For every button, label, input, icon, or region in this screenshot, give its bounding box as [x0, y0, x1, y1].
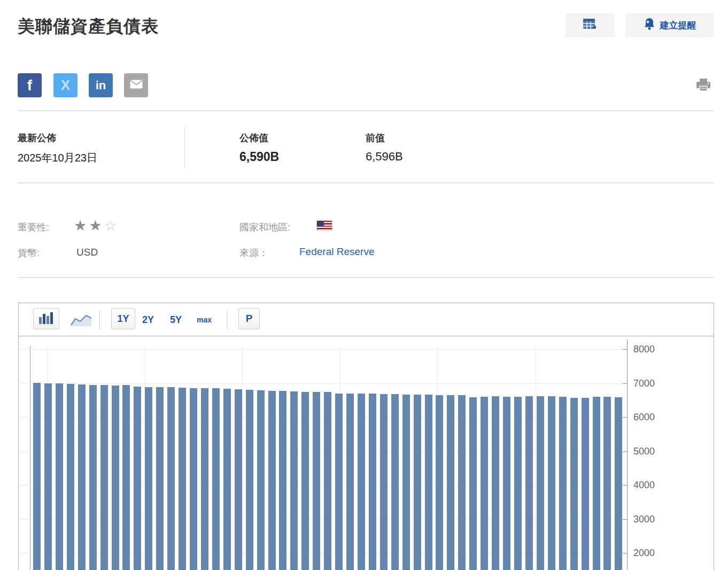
- bell-icon: [644, 18, 655, 33]
- y-axis-tick: [623, 485, 627, 486]
- data-bar[interactable]: [414, 395, 421, 570]
- data-bar[interactable]: [67, 384, 74, 570]
- data-bar[interactable]: [246, 390, 253, 570]
- previous-value: 6,596B: [366, 150, 403, 164]
- horizontal-gridline: [20, 417, 627, 418]
- y-axis-label: 3000: [633, 514, 655, 525]
- data-bar[interactable]: [425, 395, 432, 570]
- data-bar[interactable]: [503, 397, 510, 570]
- data-bar[interactable]: [179, 388, 186, 570]
- latest-release-date: 2025年10月23日: [18, 151, 97, 165]
- bar-chart-type-button[interactable]: [33, 308, 59, 329]
- calendar-plus-icon: [580, 16, 600, 35]
- data-bar[interactable]: [335, 394, 343, 570]
- data-bar[interactable]: [134, 387, 141, 570]
- data-bar[interactable]: [268, 391, 276, 570]
- data-bar[interactable]: [33, 383, 41, 570]
- bar-chart-icon: [38, 312, 55, 326]
- data-bar[interactable]: [559, 397, 567, 570]
- data-bar[interactable]: [603, 397, 611, 570]
- data-bar[interactable]: [235, 389, 242, 570]
- printer-icon: [695, 86, 711, 94]
- data-bar[interactable]: [167, 387, 175, 570]
- data-bar[interactable]: [537, 396, 544, 570]
- data-bar[interactable]: [481, 397, 488, 570]
- range-max-button[interactable]: max: [197, 303, 212, 336]
- y-axis-tick: [623, 553, 627, 553]
- data-bar[interactable]: [313, 392, 320, 570]
- data-bar[interactable]: [380, 394, 388, 570]
- data-bar[interactable]: [593, 397, 600, 570]
- data-bar[interactable]: [78, 384, 86, 570]
- y-axis-tick: [623, 451, 627, 452]
- data-bar[interactable]: [56, 383, 63, 570]
- actual-label: 公佈值: [239, 132, 268, 144]
- data-bar[interactable]: [391, 394, 399, 570]
- horizontal-gridline: [20, 485, 627, 486]
- data-bar[interactable]: [212, 388, 220, 570]
- data-bar[interactable]: [44, 383, 52, 570]
- data-bar[interactable]: [582, 398, 589, 570]
- data-bar[interactable]: [447, 395, 454, 570]
- horizontal-gridline: [20, 349, 627, 350]
- chart-toolbar: 1Y 2Y 5Y max P: [19, 303, 714, 336]
- data-bar[interactable]: [402, 395, 410, 570]
- horizontal-gridline: [20, 553, 627, 553]
- toolbar-divider: [227, 310, 227, 329]
- range-2y-button[interactable]: 2Y: [142, 303, 154, 336]
- data-bar[interactable]: [458, 395, 466, 570]
- range-5y-button[interactable]: 5Y: [170, 303, 182, 336]
- data-bar[interactable]: [436, 395, 443, 570]
- y-axis-tick: [623, 519, 627, 520]
- data-bar[interactable]: [122, 385, 130, 570]
- data-bar[interactable]: [548, 396, 555, 570]
- data-bar[interactable]: [346, 394, 354, 570]
- share-linkedin-button[interactable]: in: [89, 73, 113, 97]
- share-email-button[interactable]: [124, 73, 148, 97]
- latest-release-label: 最新公佈: [18, 132, 56, 144]
- data-bar[interactable]: [514, 397, 522, 570]
- data-bar[interactable]: [223, 389, 231, 570]
- source-label: 來源：: [239, 247, 268, 259]
- data-bar[interactable]: [525, 396, 533, 570]
- data-bar[interactable]: [257, 390, 265, 570]
- range-1y-button[interactable]: 1Y: [111, 308, 135, 329]
- email-envelope-icon: [130, 80, 143, 91]
- data-bar[interactable]: [290, 391, 298, 570]
- y-axis-right-line: [627, 340, 628, 570]
- data-bar[interactable]: [190, 388, 197, 570]
- data-bar[interactable]: [201, 388, 208, 570]
- data-bar[interactable]: [570, 398, 578, 570]
- p-button[interactable]: P: [238, 308, 260, 329]
- create-alert-label: 建立提醒: [660, 19, 696, 32]
- data-bar[interactable]: [112, 386, 119, 570]
- create-alert-button[interactable]: 建立提醒: [625, 13, 714, 37]
- data-bar[interactable]: [615, 397, 622, 570]
- data-bar[interactable]: [301, 392, 309, 570]
- data-bar[interactable]: [145, 387, 152, 570]
- share-x-twitter-button[interactable]: X: [53, 73, 78, 97]
- add-to-calendar-button[interactable]: [566, 13, 615, 37]
- data-bar[interactable]: [279, 391, 286, 570]
- divider: [18, 110, 714, 111]
- vertical-gridline: [535, 347, 536, 570]
- data-bar[interactable]: [469, 397, 477, 570]
- data-bar[interactable]: [324, 392, 331, 570]
- chart-container: 1Y 2Y 5Y max P 8000700060005000400030002…: [18, 303, 714, 570]
- y-axis-tick: [623, 383, 627, 384]
- source-link[interactable]: Federal Reserve: [299, 246, 374, 258]
- data-bar[interactable]: [156, 387, 164, 570]
- data-bar[interactable]: [492, 396, 499, 570]
- data-bar[interactable]: [369, 394, 376, 570]
- y-axis-tick: [623, 417, 627, 418]
- currency-label: 貨幣:: [18, 247, 40, 259]
- data-bar[interactable]: [89, 385, 97, 570]
- data-bar[interactable]: [100, 385, 108, 570]
- data-bar[interactable]: [358, 394, 365, 570]
- print-button[interactable]: [694, 78, 713, 94]
- y-axis-label: 8000: [633, 344, 655, 355]
- line-chart-type-button[interactable]: [70, 311, 92, 327]
- plot-area[interactable]: 8000700060005000400030002000: [19, 336, 714, 570]
- share-facebook-button[interactable]: f: [18, 73, 42, 97]
- x-twitter-icon: X: [61, 77, 70, 94]
